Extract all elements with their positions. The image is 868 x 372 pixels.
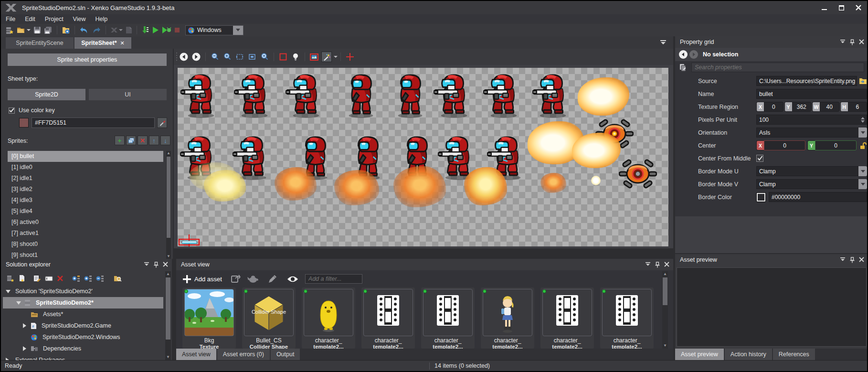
save-all-button[interactable] [44, 26, 53, 34]
tab-asset-preview[interactable]: Asset preview [675, 349, 724, 360]
border-color-swatch[interactable] [756, 192, 766, 202]
menu-item-file[interactable]: File [1, 14, 20, 24]
nav-next-icon[interactable] [689, 50, 698, 59]
stop-button[interactable] [174, 27, 180, 33]
panel-menu-icon[interactable] [840, 257, 846, 262]
nav-previous-icon[interactable] [679, 50, 688, 59]
locate-asset-icon[interactable] [114, 275, 122, 282]
field-value[interactable]: 0 [764, 102, 783, 112]
new-package-icon[interactable] [7, 275, 15, 282]
pixels-per-unit-field[interactable]: 100 [756, 115, 867, 125]
maximize-button[interactable] [833, 1, 850, 14]
select-value[interactable]: Clamp [756, 179, 858, 189]
play-button[interactable] [152, 26, 159, 34]
property-search-input[interactable] [691, 63, 864, 72]
export-icon[interactable] [231, 274, 241, 284]
asset-tile[interactable]: character_template2... [421, 287, 475, 349]
tab-action-history[interactable]: Action history [725, 349, 772, 360]
sheet-type-sprite2d-button[interactable]: Sprite2D [8, 89, 85, 100]
tab-asset-errors-0-[interactable]: Asset errors (0) [217, 349, 270, 360]
edit-asset-icon[interactable] [33, 275, 41, 282]
magic-wand-dropdown-icon[interactable] [334, 55, 338, 58]
platform-select[interactable]: Windows [185, 25, 243, 35]
rename-icon[interactable] [45, 276, 53, 282]
panel-menu-icon[interactable] [840, 39, 846, 44]
fit-view-icon[interactable] [234, 52, 245, 62]
select-value[interactable]: AsIs [756, 128, 858, 138]
xenko-platform-icon[interactable] [110, 27, 123, 33]
chevron-down-icon[interactable] [6, 290, 11, 293]
show-borders-icon[interactable] [309, 52, 319, 62]
spinner-arrows-icon[interactable] [861, 117, 865, 123]
editor-tab-1[interactable]: SpriteEntityScene [6, 37, 74, 49]
close-icon[interactable] [859, 257, 864, 262]
pin-icon[interactable] [655, 262, 660, 268]
close-icon[interactable] [664, 262, 669, 267]
zoom-in-icon[interactable] [222, 52, 233, 62]
teapot-icon[interactable] [247, 275, 259, 283]
name-field[interactable]: bullet [756, 89, 867, 99]
play-remote-button[interactable] [162, 26, 171, 34]
region-h-field[interactable]: H6 [840, 102, 868, 112]
chevron-down-icon[interactable] [858, 128, 867, 138]
solution-tree-item[interactable]: SpriteStudioDemo2* [3, 297, 163, 308]
selected-region-rect[interactable] [179, 239, 200, 245]
pin-icon[interactable] [153, 262, 159, 268]
menu-item-edit[interactable]: Edit [20, 14, 40, 24]
sprite-list-item[interactable]: [9] shoot1 [8, 250, 163, 259]
pin-icon[interactable] [849, 39, 855, 45]
new-project-button[interactable] [5, 26, 14, 34]
use-color-key-checkbox[interactable] [9, 107, 15, 114]
color-key-input[interactable] [32, 117, 155, 128]
build-script-icon[interactable] [126, 26, 132, 34]
chevron-down-icon[interactable] [858, 179, 867, 189]
move-sprite-up-button[interactable]: ↑ [149, 136, 159, 145]
center-from-middle-checkbox[interactable] [756, 155, 763, 162]
collapse-all-icon[interactable] [96, 275, 104, 282]
property-display-options-icon[interactable] [679, 64, 688, 72]
asset-tile[interactable]: character_template2... [540, 287, 594, 349]
panel-menu-icon[interactable] [144, 262, 149, 266]
region-x-field[interactable]: X0 [756, 102, 783, 112]
open-folder-button[interactable] [859, 77, 867, 85]
delete-icon[interactable] [57, 275, 64, 282]
center-y-field[interactable]: Y0 [807, 140, 857, 150]
color-key-swatch[interactable] [19, 118, 29, 128]
close-icon[interactable] [163, 262, 168, 267]
center-x-field[interactable]: X0 [756, 140, 805, 150]
asset-tile[interactable]: character_template2... [361, 287, 415, 349]
add-asset-button[interactable]: Add asset [183, 275, 222, 283]
nav-forward-button[interactable] [191, 52, 201, 62]
center-tool-icon[interactable] [345, 52, 355, 62]
sprite-list-item[interactable]: [3] idle2 [8, 184, 163, 195]
editor-tab-2[interactable]: SpriteSheet*✕ [74, 37, 131, 49]
duplicate-sprite-button[interactable] [126, 136, 136, 145]
asset-view-scrollbar[interactable]: ▲ ▼ [662, 271, 668, 349]
minimize-button[interactable] [815, 1, 833, 14]
sprite-sheet-properties-header[interactable]: Sprite sheet properties [8, 53, 167, 66]
live-sync-button[interactable] [141, 26, 149, 34]
color-picker-button[interactable] [157, 117, 167, 128]
tab-close-icon[interactable]: ✕ [120, 40, 125, 46]
field-value[interactable]: 40 [820, 102, 839, 112]
import-button[interactable] [62, 26, 70, 34]
solution-tree-item[interactable]: Solution 'SpriteStudioDemo2' [1, 286, 163, 297]
expand-one-level-icon[interactable] [72, 275, 80, 282]
tab-asset-view[interactable]: Asset view [176, 349, 216, 360]
asset-tile[interactable]: character_template2... [481, 287, 534, 349]
fit-selection-icon[interactable] [247, 52, 257, 62]
field-value[interactable]: 0 [815, 140, 857, 150]
save-button[interactable] [33, 26, 41, 34]
add-sprite-button[interactable]: + [115, 136, 125, 145]
expand-all-icon[interactable] [84, 275, 92, 282]
sprites-list-scrollbar[interactable]: ▲ ▼ [166, 151, 171, 259]
zoom-out-icon[interactable] [210, 52, 220, 62]
open-button[interactable] [17, 26, 31, 34]
solution-tree-item[interactable]: #SpriteStudioDemo2.Game [1, 320, 163, 331]
border-color-field[interactable]: #00000000 [769, 192, 867, 202]
highlight-tool-icon[interactable] [290, 52, 301, 62]
select-value[interactable]: Clamp [756, 166, 858, 176]
field-value[interactable]: 362 [792, 102, 812, 112]
sprite-list-item[interactable]: [8] shoot0 [8, 239, 163, 250]
menu-item-view[interactable]: View [68, 14, 91, 24]
